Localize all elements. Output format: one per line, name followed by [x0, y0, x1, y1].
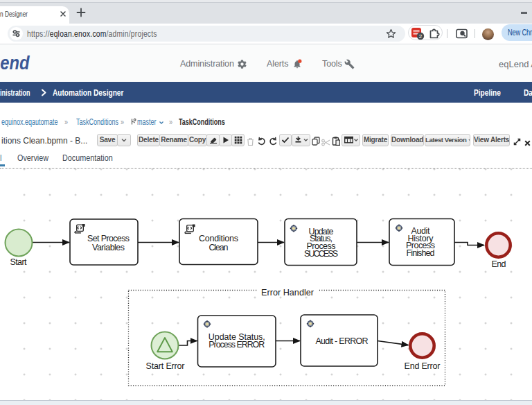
svg-text:SUCCESS: SUCCESS	[304, 249, 338, 259]
svg-text:Start: Start	[10, 257, 28, 267]
svg-text:Process ERROR: Process ERROR	[209, 340, 265, 350]
svg-text:Variables: Variables	[92, 243, 125, 252]
svg-text:Finished: Finished	[407, 248, 435, 258]
svg-text:End Error: End Error	[405, 361, 441, 371]
svg-text:Error Handler: Error Handler	[261, 288, 314, 298]
svg-text:2: 2	[419, 33, 423, 40]
svg-text:Audit - ERROR: Audit - ERROR	[316, 336, 369, 346]
svg-text:Start Error: Start Error	[146, 361, 185, 371]
svg-text:Set Process: Set Process	[87, 234, 130, 243]
svg-text:Clean: Clean	[209, 243, 229, 252]
svg-text:Conditions: Conditions	[199, 234, 238, 243]
svg-text:End: End	[492, 259, 506, 269]
